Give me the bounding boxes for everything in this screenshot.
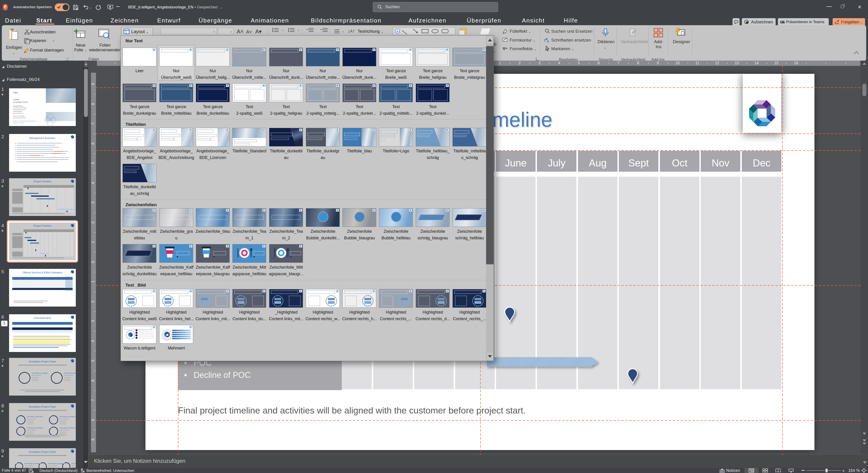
svg-text:A: A [547, 39, 549, 43]
svg-text:T: T [781, 21, 782, 23]
svg-text:A: A [396, 29, 399, 33]
